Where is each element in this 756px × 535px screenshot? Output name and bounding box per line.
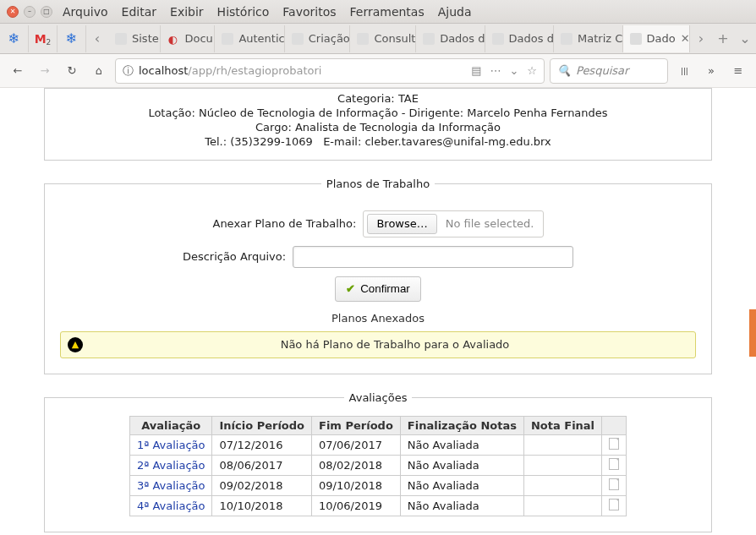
document-icon[interactable] [609, 478, 619, 490]
tabs-scroll-right[interactable]: › [690, 30, 712, 46]
tab-3[interactable]: Criação [285, 25, 351, 52]
favicon-icon [561, 33, 572, 45]
tabs: Siste◐DocuAutenticCriaçãoConsultDados dD… [108, 25, 690, 52]
cell: Não Avaliada [400, 455, 523, 475]
address-bar[interactable]: ⓘ localhost/app/rh/estagioprobatori ▤ ⋯ … [115, 58, 545, 84]
table-row: 1ª Avaliação07/12/201607/06/2017Não Aval… [129, 434, 626, 455]
tab-label: Matriz C [578, 32, 622, 45]
cell: 3ª Avaliação [129, 475, 212, 495]
lotacao-value: Núcleo de Tecnologia de Informação - Dir… [199, 106, 608, 119]
document-icon[interactable] [609, 438, 619, 450]
categoria-value: TAE [398, 92, 419, 105]
toolbar: ← → ↻ ⌂ ⓘ localhost/app/rh/estagioprobat… [0, 54, 756, 88]
home-icon: ⌂ [96, 64, 102, 77]
info-panel: Categoria: TAE Lotação: Núcleo de Tecnol… [44, 88, 712, 161]
cell [602, 455, 627, 475]
tab-label: Dados d [509, 32, 554, 45]
back-button[interactable]: ← [7, 60, 29, 82]
pinned-tab-gmail[interactable]: M2 [29, 25, 58, 52]
forward-button[interactable]: → [34, 60, 56, 82]
window-maximize-button[interactable]: □ [41, 6, 52, 18]
page-viewport: Categoria: TAE Lotação: Núcleo de Tecnol… [0, 88, 756, 535]
document-icon[interactable] [609, 499, 619, 510]
tab-4[interactable]: Consult [350, 25, 416, 52]
tab-label: Consult [374, 32, 415, 45]
search-placeholder: Pesquisar [576, 64, 628, 77]
browse-button[interactable]: Browse… [367, 214, 436, 234]
cell: 2ª Avaliação [129, 455, 212, 475]
cell: 07/12/2016 [212, 434, 312, 455]
avaliacao-link[interactable]: 1ª Avaliação [137, 439, 205, 451]
cell: 10/10/2018 [212, 495, 312, 516]
cell: 09/02/2018 [212, 475, 312, 495]
col-header: Finalização Notas [400, 416, 523, 434]
categoria-label: Categoria: [337, 92, 395, 105]
planos-anexados-header: Planos Anexados [60, 312, 696, 325]
more-icon[interactable]: ⋯ [490, 64, 501, 77]
avaliacao-link[interactable]: 3ª Avaliação [137, 479, 205, 492]
tabs-scroll-left[interactable]: ‹ [86, 30, 108, 46]
menu-favoritos[interactable]: Favoritos [282, 5, 336, 19]
document-icon[interactable] [609, 458, 619, 470]
home-button[interactable]: ⌂ [88, 60, 110, 82]
window-buttons: ✕ – □ [7, 6, 52, 18]
menu-histórico[interactable]: Histórico [217, 5, 270, 19]
menu-exibir[interactable]: Exibir [170, 5, 204, 19]
reload-button[interactable]: ↻ [61, 60, 83, 82]
address-actions: ▤ ⋯ ⌄ ☆ [471, 64, 537, 77]
tab-1[interactable]: ◐Docu [161, 25, 215, 52]
pinned-tab-1[interactable]: ❄ [0, 25, 29, 52]
avaliacao-link[interactable]: 4ª Avaliação [137, 500, 205, 512]
search-bar[interactable]: 🔍 Pesquisar [550, 58, 668, 84]
favicon-icon [222, 33, 233, 45]
menu-ajuda[interactable]: Ajuda [438, 5, 472, 19]
avaliacao-link[interactable]: 2ª Avaliação [137, 459, 205, 472]
cell [523, 434, 601, 455]
menu-editar[interactable]: Editar [122, 5, 156, 19]
tab-6[interactable]: Dados d [485, 25, 554, 52]
favicon-icon: ◐ [167, 33, 179, 45]
window-minimize-button[interactable]: – [24, 6, 36, 18]
menu-ferramentas[interactable]: Ferramentas [350, 5, 425, 19]
file-input[interactable]: Browse… No file selected. [363, 210, 543, 237]
favicon-icon [492, 33, 504, 45]
avaliacoes-legend: Avaliações [344, 391, 413, 404]
tab-7[interactable]: Matriz C [554, 25, 622, 52]
check-icon: ✔ [346, 282, 355, 295]
cell: Não Avaliada [400, 495, 523, 516]
pocket-icon[interactable]: ⌄ [509, 64, 518, 77]
url-host: localhost [139, 64, 188, 77]
descricao-input[interactable] [293, 246, 573, 268]
menu-button[interactable]: ≡ [727, 60, 749, 82]
reload-icon: ↻ [68, 64, 77, 77]
favicon-icon [115, 33, 127, 45]
confirmar-button[interactable]: ✔Confirmar [335, 276, 421, 302]
window-close-button[interactable]: ✕ [7, 6, 19, 18]
tab-8[interactable]: Dado✕ [623, 25, 690, 52]
scroll-accent [749, 309, 756, 357]
tab-2[interactable]: Autentic [215, 25, 284, 52]
anexar-label: Anexar Plano de Trabalho: [212, 217, 356, 230]
reader-icon[interactable]: ▤ [471, 64, 481, 77]
library-button[interactable]: ⫼ [673, 60, 695, 82]
tabs-dropdown[interactable]: ⌄ [734, 30, 756, 46]
tab-label: Docu [184, 32, 212, 45]
cell [602, 434, 627, 455]
col-header: Nota Final [523, 416, 601, 434]
site-info-icon: ⓘ [123, 63, 134, 79]
gmail-icon: M2 [35, 32, 52, 46]
cell: 08/06/2017 [212, 455, 312, 475]
new-tab-button[interactable]: + [712, 30, 734, 46]
url-path: /app/rh/estagioprobatori [188, 64, 321, 77]
pinned-tab-3[interactable]: ❄ [58, 25, 86, 52]
cell: 4ª Avaliação [129, 495, 212, 516]
avaliacoes-table: AvaliaçãoInício PeríodoFim PeríodoFinali… [129, 416, 627, 516]
overflow-button[interactable]: » [700, 60, 722, 82]
col-header: Fim Período [312, 416, 401, 434]
tab-5[interactable]: Dados d [416, 25, 485, 52]
tab-0[interactable]: Siste [108, 25, 161, 52]
star-icon[interactable]: ☆ [527, 64, 537, 77]
menu-arquivo[interactable]: Arquivo [63, 5, 108, 19]
tab-close-icon[interactable]: ✕ [681, 32, 690, 45]
plus-icon: + [717, 30, 728, 46]
